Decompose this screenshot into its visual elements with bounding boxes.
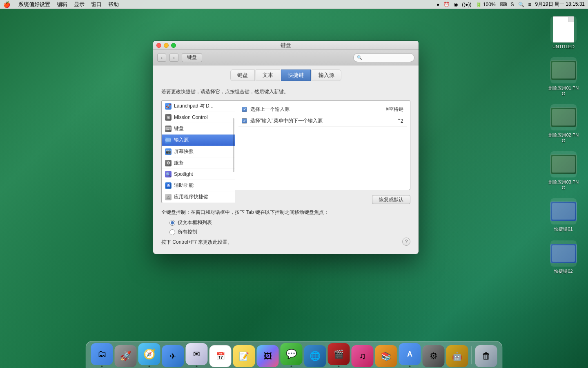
dock-item-appstore[interactable]: A — [399, 343, 421, 367]
menu-display[interactable]: 显示 — [74, 1, 85, 8]
menubar-keyboard: ⌨ — [500, 2, 507, 7]
tab-shortcuts[interactable]: 快捷键 — [281, 70, 311, 81]
input-source-icon: ⌨ — [165, 137, 172, 144]
shortcut-row-1: ✓ 选择"输入"菜单中的下一个输入源 ^2 — [238, 115, 407, 127]
dock-item-launchpad[interactable]: 🚀 — [115, 345, 137, 367]
checkbox-input-prev[interactable]: ✓ — [242, 107, 247, 112]
movie-dot — [338, 366, 340, 367]
dock-item-sysprefs[interactable]: ⚙ — [423, 345, 445, 367]
dock-item-facetime[interactable]: 🌐 — [304, 345, 326, 367]
menubar: 🍎 系统偏好设置 编辑 显示 窗口 帮助 ● ⏰ ◉ ((●)) 🔋 100% … — [0, 0, 588, 9]
checkbox-input-next[interactable]: ✓ — [242, 118, 247, 123]
help-button[interactable]: ? — [402, 238, 410, 246]
close-button[interactable] — [156, 43, 161, 48]
show-all-button[interactable]: 键盘 — [182, 53, 202, 62]
dock-item-safari[interactable]: 🧭 — [138, 343, 160, 367]
list-item-label-screenshot: 屏幕快照 — [174, 148, 194, 155]
list-item-label-accessibility: 辅助功能 — [174, 182, 194, 189]
list-item-label-launchpad: Launchpad 与 D... — [174, 103, 214, 110]
list-item-screenshot[interactable]: 📷 屏幕快照 — [162, 146, 235, 157]
dock-item-finder[interactable]: 🗂 — [91, 343, 113, 367]
window-title: 键盘 — [281, 42, 291, 49]
shortcut-row-0: ✓ 选择上一个输入源 ⌘空格键 — [238, 104, 407, 115]
maximize-button[interactable] — [171, 43, 176, 48]
mail-compose-icon: ✈ — [162, 345, 184, 367]
desktop-icon-shortcut02[interactable]: 快捷键02 — [547, 240, 580, 274]
list-item-services[interactable]: ⚙ 服务 — [162, 157, 235, 169]
dock-separator — [472, 346, 472, 364]
apple-menu[interactable]: 🍎 — [3, 1, 10, 8]
menu-window[interactable]: 窗口 — [91, 1, 102, 8]
keyboard-control-title: 全键盘控制：在窗口和对话框中，按下 Tab 键在以下控制之间移动键盘焦点： — [161, 209, 410, 216]
menu-sysprefs[interactable]: 系统偏好设置 — [18, 1, 50, 8]
list-item-spotlight[interactable]: 🔍 Spotlight — [162, 169, 235, 180]
radio-text-only[interactable]: 仅文本框和列表 — [169, 219, 410, 226]
shortcut-name-0: 选择上一个输入源 — [250, 106, 383, 113]
window-titlebar: 键盘 — [153, 41, 419, 50]
menubar-battery: 🔋 100% — [476, 2, 496, 7]
tab-text[interactable]: 文本 — [256, 70, 280, 81]
radio-all-controls[interactable]: 所有控制 — [169, 229, 410, 236]
dock-item-calendar[interactable]: 📅 — [209, 345, 232, 367]
itunes-icon: ♫ — [352, 345, 374, 367]
dock-item-automator[interactable]: 🤖 — [446, 345, 468, 367]
search-icon: 🔍 — [357, 55, 362, 60]
dock-item-messages[interactable]: 💬 — [281, 343, 303, 367]
shortcut-categories-list: 🚀 Launchpad 与 D... ⊞ Mission Control ⌨ 键… — [161, 100, 235, 203]
dock-item-ibooks[interactable]: 📚 — [375, 345, 397, 367]
list-item-mission[interactable]: ⊞ Mission Control — [162, 112, 235, 123]
dock-item-trash[interactable]: 🗑 — [475, 345, 497, 367]
list-item-accessibility[interactable]: ♿ 辅助功能 — [162, 180, 235, 191]
tab-keyboard[interactable]: 键盘 — [230, 70, 255, 81]
tabs-container: 键盘 文本 快捷键 输入源 — [153, 65, 419, 84]
list-item-appshortcuts[interactable]: △ 应用程序快捷键 — [162, 191, 235, 203]
list-scrollbar[interactable] — [233, 118, 234, 172]
forward-button[interactable]: › — [169, 54, 178, 62]
bottom-hint: 按下 Control+F7 来更改此设置。 — [161, 239, 410, 246]
dock-item-itunes[interactable]: ♫ — [352, 345, 374, 367]
list-item-keyboard[interactable]: ⌨ 键盘 — [162, 123, 235, 135]
keyboard-icon: ⌨ — [165, 126, 172, 132]
back-button[interactable]: ‹ — [157, 54, 166, 62]
menubar-search-icon[interactable]: 🔍 — [518, 2, 524, 7]
tab-input-sources[interactable]: 输入源 — [312, 70, 341, 81]
minimize-button[interactable] — [164, 43, 169, 48]
dock-item-movie[interactable]: 🎬 — [328, 343, 350, 367]
desktop-icon-label-sc01: 快捷键01 — [554, 226, 572, 232]
mission-control-icon: ⊞ — [165, 114, 172, 121]
appstore-icon: A — [399, 343, 421, 365]
launchpad-icon: 🚀 — [165, 103, 172, 110]
radio-group: 仅文本框和列表 所有控制 — [169, 219, 410, 236]
screenshot-icon: 📷 — [165, 148, 172, 155]
shortcut-key-0: ⌘空格键 — [386, 106, 403, 113]
appstore-dot — [409, 366, 411, 367]
trash-icon: 🗑 — [475, 345, 497, 367]
restore-defaults-button[interactable]: 恢复成默认 — [372, 195, 410, 204]
spotlight-icon: 🔍 — [165, 171, 172, 177]
menubar-icloud: ● — [437, 2, 439, 7]
menubar-wifi: ((●)) — [462, 2, 471, 7]
dock-item-mail-compose[interactable]: ✈ — [162, 345, 184, 367]
radio-label-all: 所有控制 — [178, 229, 197, 236]
search-box[interactable]: 🔍 — [353, 53, 414, 62]
desktop-icon-del01[interactable]: 删除应用01.PNG — [547, 57, 580, 96]
dock-item-photos[interactable]: 🖼 — [257, 345, 279, 367]
dock-item-notes[interactable]: 📝 — [233, 345, 255, 367]
desktop-icon-del02[interactable]: 删除应用02.PNG — [547, 104, 580, 143]
finder-dot — [101, 366, 103, 367]
desktop-icon-untitled[interactable]: UNTITLED — [547, 16, 580, 49]
list-item-launchpad[interactable]: 🚀 Launchpad 与 D... — [162, 101, 235, 112]
dock-item-mail[interactable]: ✉ — [186, 343, 208, 367]
photos-icon: 🖼 — [257, 345, 279, 367]
desktop-icon-label-del03: 删除应用03.PNG — [547, 179, 580, 190]
list-item-input[interactable]: ⌨ 输入源 — [162, 135, 235, 146]
menubar-notification[interactable]: ≡ — [528, 2, 531, 7]
sysprefs-icon: ⚙ — [423, 345, 445, 367]
launchpad-dock-icon: 🚀 — [115, 345, 137, 367]
menu-help[interactable]: 帮助 — [108, 1, 119, 8]
desktop-icon-shortcut01[interactable]: 快捷键01 — [547, 198, 580, 232]
shortcut-key-1: ^2 — [398, 118, 403, 124]
dock: 🗂 🚀 🧭 ✈ ✉ 📅 📝 🖼 — [86, 341, 503, 368]
menu-edit[interactable]: 编辑 — [57, 1, 67, 8]
desktop-icon-del03[interactable]: 删除应用03.PNG — [547, 151, 580, 190]
